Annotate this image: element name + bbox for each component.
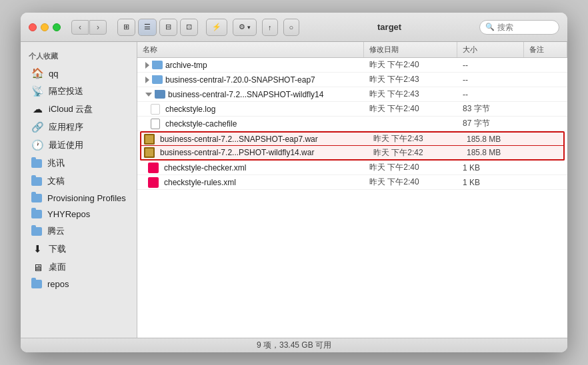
file-date: 昨天 下午2:43 [364,89,457,100]
folder-icon [31,210,42,218]
file-row[interactable]: checkstyle-checker.xml 昨天 下午2:40 1 KB [137,161,567,175]
file-size: -- [457,90,524,99]
file-name: W business-central-7.2...PSHOT-wildfly14… [141,147,368,158]
col-name[interactable]: 名称 [137,42,364,57]
sidebar-label: 应用程序 [49,121,83,133]
sidebar-item-airdrop[interactable]: 📡 隔空投送 [23,83,134,100]
folder-icon [31,177,42,186]
search-box[interactable]: 🔍 [479,20,559,35]
chevron-down-icon: ▾ [247,24,251,31]
file-header: 名称 修改日期 大小 备注 [137,42,567,58]
sidebar-label: 文稿 [47,175,65,187]
file-size: 185.8 MB [461,135,528,144]
folder-icon [31,227,42,236]
sidebar-item-zhaoxun[interactable]: 兆讯 [23,155,134,172]
file-date: 昨天 下午2:43 [364,74,457,85]
download-icon: ⬇ [31,243,43,255]
sidebar-item-desktop[interactable]: 🖥 桌面 [23,258,134,276]
file-row[interactable]: checkstyle-rules.xml 昨天 下午2:40 1 KB [137,175,567,190]
triangle-icon [145,77,149,83]
file-row[interactable]: business-central-7.2...SNAPSHOT-wildfly1… [137,87,567,102]
sidebar-item-yhyrepos[interactable]: YHYRepos [23,206,134,222]
sidebar-item-icloud[interactable]: ☁ iCloud 云盘 [23,101,134,118]
home-icon: 🏠 [31,67,43,79]
file-name: archive-tmp [137,61,364,70]
file-date: 昨天 下午2:40 [364,162,457,173]
action-button[interactable]: ⚡ [206,19,227,36]
sidebar-item-recent[interactable]: 🕐 最近使用 [23,137,134,154]
file-name: checkstyle-checker.xml [137,163,364,173]
sidebar-label: 桌面 [49,261,66,273]
clock-icon: 🕐 [31,139,43,151]
sidebar-label: repos [47,279,69,289]
folder-icon [152,75,163,84]
view-cover-button[interactable]: ⊡ [180,19,198,36]
view-icon-button[interactable]: ⊞ [117,19,135,36]
status-bar: 9 项，33.45 GB 可用 [21,338,567,352]
sidebar-item-provisioning[interactable]: Provisioning Profiles [23,190,134,206]
col-date[interactable]: 修改日期 [364,42,457,57]
cloud-icon: ☁ [31,103,43,115]
file-date: 昨天 下午2:40 [364,103,457,115]
folder-icon [152,61,163,69]
search-icon: 🔍 [485,23,495,31]
war-eap7-row[interactable]: W business-central-7.2...SNAPSHOT-eap7.w… [140,131,565,146]
sidebar-item-tengyun[interactable]: 腾云 [23,222,134,240]
file-icon [151,119,160,129]
tag-button[interactable]: ○ [283,19,300,36]
sidebar-label: 最近使用 [49,139,83,151]
traffic-lights [29,23,61,31]
file-row[interactable]: checkstyle-cachefile 87 字节 [137,117,567,131]
column-icon: ⊟ [165,23,171,31]
view-buttons: ⊞ ☰ ⊟ ⊡ [117,19,198,36]
folder-icon [31,280,42,288]
war-wildfly14-row[interactable]: W business-central-7.2...PSHOT-wildfly14… [140,146,565,161]
share-button[interactable]: ↑ [262,19,278,36]
tag-icon: ○ [289,23,294,31]
file-date: 昨天 下午2:40 [364,177,457,188]
sidebar-label: 腾云 [47,225,65,237]
share-icon: ↑ [268,23,272,31]
close-button[interactable] [29,23,37,31]
col-size[interactable]: 大小 [457,42,524,57]
col-extra[interactable]: 备注 [524,42,567,57]
file-size: 1 KB [457,163,524,173]
sidebar-label: YHYRepos [47,209,90,219]
file-date: 昨天 下午2:43 [368,133,461,145]
sidebar-label: 兆讯 [47,157,65,169]
view-col-button[interactable]: ⊟ [159,19,177,36]
arrange-button[interactable]: ⚙ ▾ [233,19,257,36]
file-size: 87 字节 [457,118,524,129]
file-icon [151,104,160,115]
svg-rect-1 [145,135,153,143]
file-row[interactable]: archive-tmp 昨天 下午2:40 -- [137,58,567,73]
file-list: archive-tmp 昨天 下午2:40 -- business-centra… [137,58,567,338]
folder-icon [31,159,42,168]
sidebar-label: 下载 [49,243,66,255]
svg-text:W: W [147,137,152,142]
minimize-button[interactable] [41,23,49,31]
file-name: business-central-7.2...SNAPSHOT-wildfly1… [137,90,364,99]
sidebar-item-download[interactable]: ⬇ 下载 [23,240,134,258]
gear-icon: ⚙ [239,23,245,31]
sidebar-item-docs[interactable]: 文稿 [23,173,134,190]
folder-icon [31,194,42,202]
view-list-button[interactable]: ☰ [138,19,157,36]
maximize-button[interactable] [53,23,61,31]
sidebar-label: iCloud 云盘 [49,103,93,115]
file-name: W business-central-7.2...SNAPSHOT-eap7.w… [141,134,368,145]
forward-button[interactable]: › [89,20,107,35]
file-row[interactable]: checkstyle.log 昨天 下午2:40 83 字节 [137,102,567,117]
triangle-icon [145,62,149,69]
sidebar-item-qq[interactable]: 🏠 qq [23,65,134,82]
sidebar-item-apps[interactable]: 🔗 应用程序 [23,119,134,136]
file-name: business-central-7.20.0-SNAPSHOT-eap7 [137,75,364,85]
window-title: target [305,22,474,32]
search-input[interactable] [497,23,551,32]
war-icon: W [144,147,155,158]
cover-icon: ⊡ [186,23,192,31]
sidebar-item-repos[interactable]: repos [23,276,134,292]
file-row[interactable]: business-central-7.20.0-SNAPSHOT-eap7 昨天… [137,73,567,87]
svg-rect-0 [144,134,155,145]
back-button[interactable]: ‹ [71,20,89,35]
